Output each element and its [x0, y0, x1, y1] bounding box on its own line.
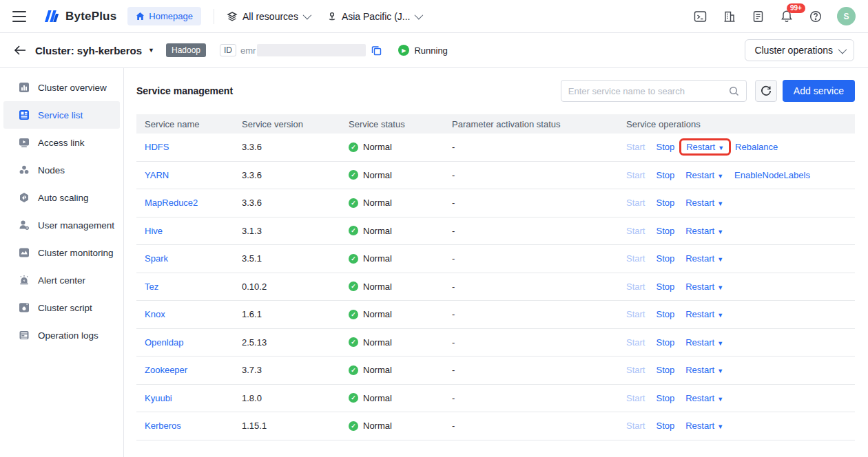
sidebar-item-service-list[interactable]: Service list — [3, 101, 120, 129]
sidebar-item-cluster-script[interactable]: Cluster script — [3, 294, 120, 321]
service-name-link[interactable]: Zookeeper — [145, 365, 187, 375]
cluster-switch-caret-icon[interactable]: ▼ — [148, 47, 154, 54]
service-name-link[interactable]: Knox — [145, 309, 165, 319]
arrow-left-icon — [14, 45, 26, 55]
start-link[interactable]: Start — [626, 198, 645, 208]
refresh-button[interactable] — [755, 80, 777, 102]
start-link[interactable]: Start — [626, 421, 645, 431]
service-status: ✓Normal — [340, 393, 444, 403]
service-name-link[interactable]: YARN — [145, 170, 169, 180]
sidebar-item-cluster-monitoring[interactable]: Cluster monitoring — [3, 239, 120, 266]
stop-link[interactable]: Stop — [656, 198, 674, 208]
restart-dropdown-link[interactable]: Restart▼ — [685, 309, 723, 319]
hamburger-menu-icon[interactable] — [12, 11, 26, 22]
service-version: 1.15.1 — [234, 421, 340, 431]
caret-down-icon: ▼ — [717, 396, 723, 403]
start-link[interactable]: Start — [626, 253, 645, 264]
service-name-link[interactable]: HDFS — [145, 142, 169, 152]
restart-dropdown-link[interactable]: Restart▼ — [685, 281, 723, 292]
service-name-link[interactable]: Hive — [145, 226, 163, 236]
cluster-id-redacted — [257, 44, 366, 56]
caret-down-icon: ▼ — [718, 145, 724, 151]
service-name-link[interactable]: Kyuubi — [145, 393, 172, 403]
table-row: Openldap2.5.13✓Normal-StartStopRestart▼ — [136, 329, 855, 357]
add-service-button[interactable]: Add service — [783, 80, 855, 102]
start-link[interactable]: Start — [626, 142, 645, 152]
stop-link[interactable]: Stop — [656, 421, 674, 431]
restart-dropdown-link[interactable]: Restart▼ — [685, 337, 723, 348]
cluster-type-badge: Hadoop — [166, 43, 206, 57]
start-link[interactable]: Start — [626, 365, 645, 375]
restart-dropdown-link[interactable]: Restart▼ — [685, 421, 723, 431]
top-navbar: BytePlus Homepage All resources — [0, 0, 868, 33]
region-dropdown[interactable]: Asia Pacific (J... — [327, 11, 422, 22]
start-link[interactable]: Start — [626, 309, 645, 319]
start-link[interactable]: Start — [626, 281, 645, 292]
sidebar-item-cluster-overview[interactable]: Cluster overview — [3, 74, 120, 101]
service-name-link[interactable]: MapReduce2 — [145, 198, 198, 208]
document-icon — [752, 10, 764, 23]
restart-dropdown-link[interactable]: Restart▼ — [685, 198, 723, 208]
service-name-link[interactable]: Kerberos — [145, 421, 181, 431]
restart-dropdown-link[interactable]: Restart▼ — [686, 142, 724, 152]
copy-id-button[interactable] — [371, 45, 382, 56]
organization-button[interactable] — [723, 10, 736, 23]
cluster-id-chip: ID emr — [220, 44, 382, 56]
back-button[interactable] — [14, 45, 26, 55]
stop-link[interactable]: Stop — [656, 170, 674, 180]
byteplus-logo[interactable]: BytePlus — [44, 10, 116, 23]
stop-link[interactable]: Stop — [656, 226, 674, 236]
stop-link[interactable]: Stop — [656, 142, 674, 152]
sidebar-item-user-management[interactable]: User management — [3, 211, 120, 239]
region-pin-icon — [327, 11, 337, 21]
start-link[interactable]: Start — [626, 393, 645, 403]
help-button[interactable] — [809, 10, 822, 23]
restart-dropdown-link[interactable]: Restart▼ — [685, 226, 723, 236]
sidebar-item-access-link[interactable]: Access link — [3, 129, 120, 156]
parameter-activation-status: - — [444, 421, 618, 431]
service-status: ✓Normal — [340, 281, 444, 292]
search-input[interactable] — [568, 86, 729, 96]
start-link[interactable]: Start — [626, 337, 645, 348]
sidebar-item-label: Nodes — [38, 165, 65, 176]
stop-link[interactable]: Stop — [656, 365, 674, 375]
search-icon[interactable] — [729, 86, 739, 96]
status-label: Normal — [363, 365, 392, 375]
status-label: Normal — [363, 337, 392, 348]
stop-link[interactable]: Stop — [656, 253, 674, 264]
start-link[interactable]: Start — [626, 226, 645, 236]
service-operations: StartStopRestart▼Rebalance — [618, 142, 855, 152]
service-name-link[interactable]: Spark — [145, 253, 168, 264]
enablenodelabels-link[interactable]: EnableNodeLabels — [734, 170, 810, 180]
stop-link[interactable]: Stop — [656, 393, 674, 403]
restart-dropdown-link[interactable]: Restart▼ — [685, 393, 723, 403]
cluster-operations-button[interactable]: Cluster operations — [745, 39, 854, 61]
all-resources-dropdown[interactable]: All resources — [227, 11, 309, 22]
restart-dropdown-link[interactable]: Restart▼ — [685, 365, 723, 375]
restart-dropdown-link[interactable]: Restart▼ — [685, 253, 723, 264]
start-link[interactable]: Start — [626, 170, 645, 180]
sidebar-item-alert-center[interactable]: Alert center — [3, 266, 120, 294]
rebalance-link[interactable]: Rebalance — [735, 142, 778, 152]
restart-dropdown-link[interactable]: Restart▼ — [685, 170, 723, 180]
logs-icon — [19, 330, 30, 341]
status-normal-icon: ✓ — [349, 365, 358, 375]
stop-link[interactable]: Stop — [656, 281, 674, 292]
sidebar-item-nodes[interactable]: Nodes — [3, 156, 120, 184]
service-name-link[interactable]: Openldap — [145, 337, 183, 348]
avatar[interactable]: S — [837, 7, 856, 25]
documents-button[interactable] — [752, 10, 764, 23]
sidebar-item-auto-scaling[interactable]: Auto scaling — [3, 184, 120, 211]
notification-badge: 99+ — [787, 3, 805, 13]
service-version: 3.7.3 — [234, 365, 340, 375]
caret-down-icon: ▼ — [717, 312, 723, 319]
cloud-shell-button[interactable] — [694, 10, 707, 23]
notifications-button[interactable]: 99+ — [781, 10, 793, 23]
sidebar-item-operation-logs[interactable]: Operation logs — [3, 321, 120, 349]
stop-link[interactable]: Stop — [656, 309, 674, 319]
stop-link[interactable]: Stop — [656, 337, 674, 348]
homepage-button[interactable]: Homepage — [127, 7, 201, 25]
all-resources-label: All resources — [242, 11, 298, 22]
sidebar-item-label: Cluster monitoring — [38, 248, 114, 258]
service-name-link[interactable]: Tez — [145, 281, 158, 292]
